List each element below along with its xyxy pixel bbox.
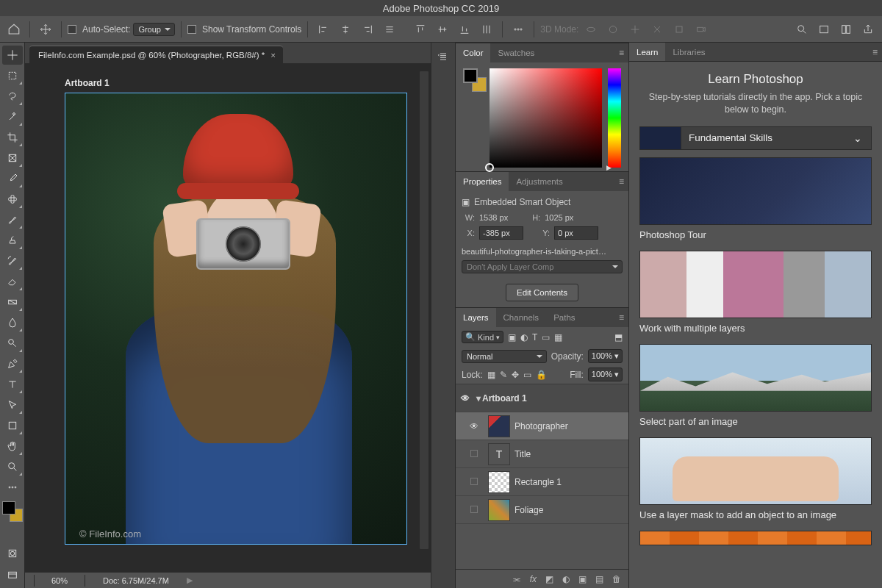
more-options-icon[interactable] <box>509 20 528 39</box>
new-group-icon[interactable]: ▣ <box>578 574 587 584</box>
lock-artboard-icon[interactable]: ▭ <box>523 370 531 380</box>
tool-blur[interactable] <box>2 313 23 332</box>
tool-history-brush[interactable] <box>2 251 23 270</box>
layer-filter-dropdown[interactable]: 🔍 Kind ▾ <box>462 331 503 343</box>
color-fgbg-swatches[interactable] <box>463 68 484 89</box>
distribute-icon[interactable] <box>477 20 496 39</box>
learn-card[interactable]: Work with multiple layers <box>639 251 872 334</box>
align-stack-icon[interactable] <box>380 20 399 39</box>
3d-orbit-icon[interactable] <box>581 20 600 39</box>
lock-move-icon[interactable]: ✥ <box>512 370 519 380</box>
artboard-canvas[interactable] <box>65 93 407 545</box>
layer-fx-icon[interactable]: fx <box>530 574 537 584</box>
tab-libraries[interactable]: Libraries <box>665 43 712 61</box>
learn-card[interactable]: Select part of an image <box>639 344 872 427</box>
layer-row[interactable]: 👁 Photographer <box>456 412 628 440</box>
layer-mask-icon[interactable]: ◩ <box>545 574 553 584</box>
document-tab[interactable]: FileInfo.com Example.psd @ 60% (Photogra… <box>29 46 283 63</box>
color-swatches[interactable] <box>2 501 23 522</box>
tool-eraser[interactable] <box>2 272 23 291</box>
opacity-field[interactable]: 100% ▾ <box>588 349 623 363</box>
tab-color[interactable]: Color <box>456 43 490 62</box>
filter-toggle-icon[interactable]: ⬒ <box>614 332 623 343</box>
align-right-icon[interactable] <box>358 20 377 39</box>
filter-smart-icon[interactable]: ▦ <box>554 332 562 343</box>
tab-learn[interactable]: Learn <box>629 43 665 61</box>
tab-properties[interactable]: Properties <box>456 172 509 191</box>
lock-pixels-icon[interactable]: ▦ <box>487 370 495 380</box>
color-field[interactable] <box>490 68 602 168</box>
zoom-field[interactable]: 60% <box>34 575 85 587</box>
tool-lasso[interactable] <box>2 87 23 106</box>
tool-pen[interactable] <box>2 354 23 373</box>
lock-brush-icon[interactable]: ✎ <box>500 370 507 380</box>
prop-y-input[interactable] <box>554 226 598 240</box>
align-vmiddle-icon[interactable] <box>433 20 452 39</box>
tool-zoom[interactable] <box>2 457 23 476</box>
align-hcenter-icon[interactable] <box>336 20 355 39</box>
tool-clone-stamp[interactable] <box>2 231 23 250</box>
tool-type[interactable] <box>2 375 23 394</box>
tab-swatches[interactable]: Swatches <box>490 43 542 62</box>
learn-section-toggle[interactable]: Fundamental Skills ⌄ <box>639 126 872 150</box>
vertical-scrollbar[interactable] <box>419 71 429 550</box>
3d-slide-icon[interactable] <box>648 20 667 39</box>
layer-row[interactable]: 👁 ▾ Artboard 1 <box>456 384 628 412</box>
share-icon[interactable] <box>858 20 878 39</box>
blend-mode-dropdown[interactable]: Normal <box>462 350 547 363</box>
layer-row[interactable]: Rectangle 1 <box>456 468 628 496</box>
tab-layers[interactable]: Layers <box>456 308 496 327</box>
new-layer-icon[interactable]: ▤ <box>595 574 603 584</box>
tool-path-select[interactable] <box>2 395 23 415</box>
3d-camera-icon[interactable] <box>692 20 711 39</box>
tool-magic-wand[interactable] <box>2 107 23 126</box>
panel-menu-icon[interactable]: ≡ <box>619 176 624 187</box>
tool-move[interactable] <box>2 46 23 65</box>
tool-more-icon[interactable] <box>2 478 23 497</box>
fill-field[interactable]: 100% ▾ <box>588 368 623 381</box>
delete-layer-icon[interactable]: 🗑 <box>612 574 621 584</box>
close-tab-icon[interactable]: × <box>270 51 276 60</box>
align-bottom-icon[interactable] <box>455 20 474 39</box>
panel-menu-icon[interactable]: ≡ <box>619 312 624 323</box>
panel-menu-icon[interactable]: ≡ <box>619 48 624 58</box>
tab-channels[interactable]: Channels <box>496 308 547 327</box>
tool-gradient[interactable] <box>2 293 23 312</box>
new-fill-icon[interactable]: ◐ <box>562 574 570 584</box>
tool-frame[interactable] <box>2 148 23 168</box>
visibility-toggle[interactable] <box>465 505 484 515</box>
visibility-toggle[interactable] <box>465 477 484 487</box>
auto-select-checkbox[interactable] <box>68 25 76 34</box>
tool-brush[interactable] <box>2 210 23 229</box>
tab-adjustments[interactable]: Adjustments <box>509 172 570 191</box>
tool-hand[interactable] <box>2 437 23 456</box>
history-panel-icon[interactable] <box>435 49 451 65</box>
search-icon[interactable] <box>792 20 811 39</box>
layer-row[interactable]: Foliage <box>456 496 628 524</box>
auto-select-mode-dropdown[interactable]: Group <box>133 23 175 36</box>
tool-marquee[interactable] <box>2 66 23 85</box>
tool-shape[interactable] <box>2 416 23 435</box>
learn-card[interactable] <box>639 531 872 545</box>
tool-eyedropper[interactable] <box>2 169 23 188</box>
hue-slider[interactable] <box>608 68 621 168</box>
quick-mask-icon[interactable] <box>2 544 23 563</box>
panel-menu-icon[interactable]: ≡ <box>872 47 878 57</box>
3d-roll-icon[interactable] <box>603 20 623 39</box>
layer-row[interactable]: T Title <box>456 440 628 468</box>
tool-dodge[interactable] <box>2 334 23 353</box>
visibility-toggle[interactable]: 👁 <box>456 393 475 404</box>
filter-type-icon[interactable]: T <box>532 332 537 343</box>
3d-scale-icon[interactable] <box>670 20 689 39</box>
prop-x-input[interactable] <box>479 226 523 240</box>
workspace-menu-icon[interactable] <box>836 20 856 39</box>
tab-paths[interactable]: Paths <box>546 308 582 327</box>
learn-card[interactable]: Photoshop Tour <box>639 157 872 240</box>
layer-comp-dropdown[interactable]: Don't Apply Layer Comp <box>462 260 623 273</box>
visibility-toggle[interactable]: 👁 <box>465 421 484 431</box>
learn-card[interactable]: Use a layer mask to add an object to an … <box>639 437 872 520</box>
filter-shape-icon[interactable]: ▭ <box>542 332 550 343</box>
screen-mode-icon[interactable] <box>2 566 23 585</box>
show-transform-checkbox[interactable] <box>187 25 196 34</box>
3d-pan-icon[interactable] <box>625 20 645 39</box>
